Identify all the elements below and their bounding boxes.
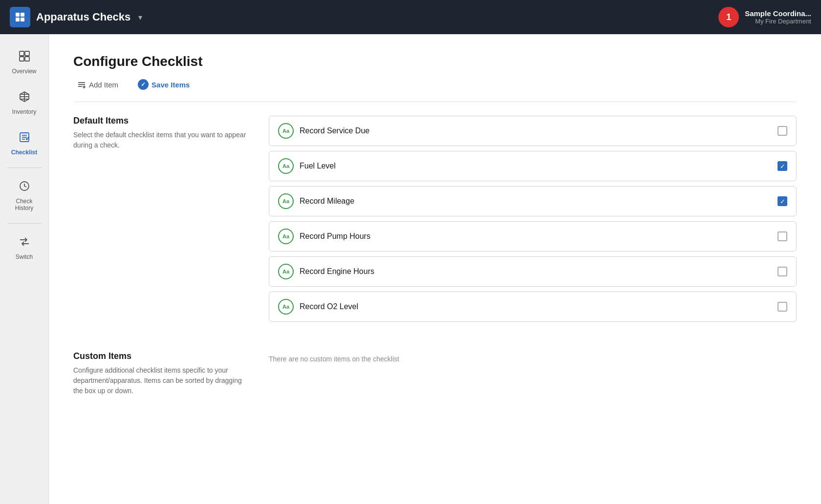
svg-rect-2 — [16, 18, 20, 21]
switch-icon — [18, 235, 31, 251]
checklist-item-left: Aa Record Mileage — [278, 193, 354, 209]
checklist-item-left: Aa Record Service Due — [278, 123, 369, 139]
svg-rect-7 — [25, 57, 29, 61]
item-type-icon: Aa — [278, 123, 294, 139]
svg-rect-4 — [20, 51, 24, 56]
svg-rect-6 — [20, 57, 24, 61]
item-label: Record Pump Hours — [300, 232, 370, 241]
item-label: Fuel Level — [300, 162, 336, 170]
checklist-item-record-engine-hours: Aa Record Engine Hours — [269, 256, 797, 287]
sidebar-item-checklist[interactable]: Checklist — [3, 125, 46, 162]
header-right: 1 Sample Coordina... My Fire Department — [718, 7, 811, 27]
title-dropdown-icon[interactable]: ▾ — [138, 13, 142, 22]
save-check-icon: ✓ — [138, 79, 149, 90]
custom-items-left: Custom Items Configure additional checkl… — [73, 351, 249, 396]
checklist-item-left: Aa Record Engine Hours — [278, 264, 374, 279]
default-items-title: Default Items — [73, 116, 249, 126]
toolbar: Add Item ✓ Save Items — [73, 77, 797, 92]
item-label: Record O2 Level — [300, 302, 358, 311]
sidebar-divider-2 — [7, 223, 42, 224]
page-title: Configure Checklist — [73, 54, 797, 69]
add-item-button[interactable]: Add Item — [73, 78, 122, 91]
sidebar-item-overview[interactable]: Overview — [3, 44, 46, 81]
item-label: Record Engine Hours — [300, 267, 374, 276]
item-checkbox[interactable]: ✓ — [778, 161, 787, 171]
checklist-item-left: Aa Record O2 Level — [278, 299, 358, 315]
inventory-icon — [18, 90, 31, 106]
default-items-desc: Select the default checklist items that … — [73, 130, 249, 150]
svg-rect-0 — [16, 13, 20, 17]
checklist-item-record-o2-level: Aa Record O2 Level — [269, 292, 797, 322]
default-items-section: Default Items Select the default checkli… — [73, 116, 797, 327]
check-history-icon — [18, 180, 31, 195]
main-content: Configure Checklist Add Item ✓ Save Item… — [49, 34, 821, 504]
sidebar-item-checklist-label: Checklist — [11, 149, 37, 156]
checklist-item-left: Aa Record Pump Hours — [278, 229, 370, 244]
add-item-icon — [77, 80, 86, 89]
app-logo — [10, 7, 30, 27]
item-checkbox[interactable]: ✓ — [778, 196, 787, 206]
item-label: Record Service Due — [300, 126, 369, 135]
toolbar-divider — [73, 102, 797, 102]
save-items-button[interactable]: ✓ Save Items — [134, 77, 194, 92]
sidebar-item-switch-label: Switch — [16, 253, 33, 260]
checklist-item-fuel-level: Aa Fuel Level ✓ — [269, 151, 797, 181]
sidebar-item-check-history[interactable]: Check History — [3, 174, 46, 217]
item-checkbox[interactable] — [778, 126, 787, 136]
svg-rect-3 — [21, 18, 24, 21]
checklist-item-record-mileage: Aa Record Mileage ✓ — [269, 186, 797, 216]
item-type-icon: Aa — [278, 299, 294, 315]
user-dept: My Fire Department — [745, 18, 811, 25]
save-items-label: Save Items — [151, 81, 190, 89]
sidebar: Overview Inventory — [0, 34, 49, 504]
user-name: Sample Coordina... — [745, 9, 811, 18]
checklist-item-left: Aa Fuel Level — [278, 158, 336, 174]
add-item-label: Add Item — [89, 81, 118, 89]
custom-items-section: Custom Items Configure additional checkl… — [73, 351, 797, 396]
sidebar-item-check-history-label: Check History — [7, 198, 42, 211]
svg-rect-5 — [25, 51, 29, 56]
app-header: Apparatus Checks ▾ 1 Sample Coordina... … — [0, 0, 821, 34]
header-left: Apparatus Checks ▾ — [10, 7, 142, 27]
checklist-item-record-service-due: Aa Record Service Due — [269, 116, 797, 146]
user-info: Sample Coordina... My Fire Department — [745, 9, 811, 25]
custom-items-empty: There are no custom items on the checkli… — [269, 351, 797, 363]
checklist-item-record-pump-hours: Aa Record Pump Hours — [269, 221, 797, 252]
sidebar-item-overview-label: Overview — [12, 68, 36, 75]
item-type-icon: Aa — [278, 158, 294, 174]
custom-items-title: Custom Items — [73, 351, 249, 361]
sidebar-divider-1 — [7, 168, 42, 168]
item-checkbox[interactable] — [778, 267, 787, 276]
custom-items-desc: Configure additional checklist items spe… — [73, 365, 249, 396]
item-type-icon: Aa — [278, 193, 294, 209]
overview-icon — [18, 50, 31, 65]
checklist-icon — [18, 131, 31, 147]
avatar: 1 — [718, 7, 739, 27]
sidebar-item-switch[interactable]: Switch — [3, 230, 46, 266]
default-items-list: Aa Record Service Due Aa Fuel Level ✓ Aa… — [269, 116, 797, 327]
item-checkbox[interactable] — [778, 302, 787, 312]
item-label: Record Mileage — [300, 197, 354, 206]
item-checkbox[interactable] — [778, 231, 787, 241]
sidebar-item-inventory-label: Inventory — [12, 108, 36, 115]
default-items-left: Default Items Select the default checkli… — [73, 116, 249, 327]
svg-rect-1 — [21, 13, 24, 17]
main-layout: Overview Inventory — [0, 34, 821, 504]
app-title: Apparatus Checks — [36, 11, 130, 23]
item-type-icon: Aa — [278, 229, 294, 244]
item-type-icon: Aa — [278, 264, 294, 279]
sidebar-item-inventory[interactable]: Inventory — [3, 84, 46, 121]
custom-items-list: There are no custom items on the checkli… — [269, 351, 797, 396]
